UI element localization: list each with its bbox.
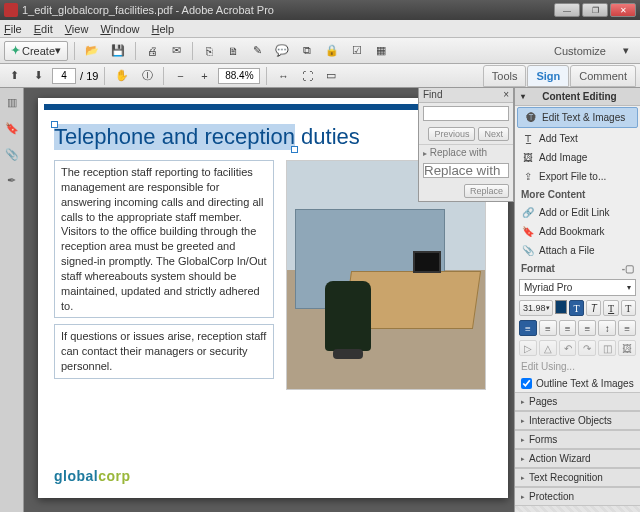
menu-edit[interactable]: Edit: [34, 23, 53, 35]
add-image-button[interactable]: 🖼Add Image: [515, 148, 640, 167]
attach-file-button[interactable]: 📎Attach a File: [515, 241, 640, 260]
italic-button[interactable]: T: [586, 300, 601, 316]
menu-bar: File Edit View Window Help: [0, 20, 640, 38]
crop-button[interactable]: ◫: [598, 340, 616, 356]
save-icon[interactable]: 💾: [107, 41, 129, 61]
page-number-input[interactable]: [52, 68, 76, 84]
create-button[interactable]: ✦Create ▾: [4, 41, 68, 61]
find-input[interactable]: [423, 106, 509, 121]
zoom-input[interactable]: [218, 68, 260, 84]
maximize-button[interactable]: ❐: [582, 3, 608, 17]
edit-pdf-icon[interactable]: ✎: [247, 41, 267, 61]
find-close-icon[interactable]: ×: [503, 89, 509, 100]
customize-button[interactable]: Customize: [554, 45, 606, 57]
add-text-icon: T̲: [521, 132, 534, 145]
align-right-button[interactable]: ≡: [559, 320, 577, 336]
mail-icon[interactable]: ✉: [166, 41, 186, 61]
tab-tools[interactable]: Tools: [483, 65, 527, 87]
thumbnails-icon[interactable]: ▥: [4, 94, 20, 110]
read-mode-icon[interactable]: ▭: [321, 66, 341, 86]
comment-icon[interactable]: 💬: [271, 41, 293, 61]
create-pdf-icon[interactable]: 🗎: [223, 41, 243, 61]
title-bar: 1_edit_globalcorp_facilities.pdf - Adobe…: [0, 0, 640, 20]
left-rail: ▥ 🔖 📎 ✒: [0, 88, 24, 512]
combine-icon[interactable]: ⧉: [297, 41, 317, 61]
replace-button[interactable]: Replace: [464, 184, 509, 198]
primary-toolbar: ✦Create ▾ 📂 💾 🖨 ✉ ⎘ 🗎 ✎ 💬 ⧉ 🔒 ☑ ▦ Custom…: [0, 38, 640, 64]
acc-interactive[interactable]: ▸Interactive Objects: [515, 411, 640, 430]
multimedia-icon[interactable]: ▦: [371, 41, 391, 61]
menu-window[interactable]: Window: [100, 23, 139, 35]
select-tool-icon[interactable]: Ⓘ: [137, 66, 157, 86]
find-next-button[interactable]: Next: [478, 127, 509, 141]
export-file-button[interactable]: ⇪Export File to...: [515, 167, 640, 186]
attach-icon: 📎: [521, 244, 534, 257]
window-title: 1_edit_globalcorp_facilities.pdf - Adobe…: [22, 4, 274, 16]
form-icon[interactable]: ☑: [347, 41, 367, 61]
rotate-ccw-button[interactable]: ↶: [559, 340, 577, 356]
align-center-button[interactable]: ≡: [539, 320, 557, 336]
format-collapse-icon[interactable]: -▢: [622, 263, 634, 274]
align-justify-button[interactable]: ≡: [578, 320, 596, 336]
page-down-icon[interactable]: ⬇: [28, 66, 48, 86]
acc-action-wizard[interactable]: ▸Action Wizard: [515, 449, 640, 468]
zoom-in-icon[interactable]: +: [194, 66, 214, 86]
print-icon[interactable]: 🖨: [142, 41, 162, 61]
export-pdf-icon[interactable]: ⎘: [199, 41, 219, 61]
acc-text-recognition[interactable]: ▸Text Recognition: [515, 468, 640, 487]
more-content-label: More Content: [515, 186, 640, 203]
open-icon[interactable]: 📂: [81, 41, 103, 61]
attachments-icon[interactable]: 📎: [4, 146, 20, 162]
page-up-icon[interactable]: ⬆: [4, 66, 24, 86]
text-color-swatch[interactable]: [555, 300, 567, 314]
add-bookmark-button[interactable]: 🔖Add Bookmark: [515, 222, 640, 241]
title-selected-text[interactable]: Telephone and reception: [54, 124, 295, 150]
find-prev-button[interactable]: Previous: [428, 127, 475, 141]
add-link-button[interactable]: 🔗Add or Edit Link: [515, 203, 640, 222]
signatures-icon[interactable]: ✒: [4, 172, 20, 188]
format-label: Format: [521, 263, 555, 274]
body-paragraph-2[interactable]: If questions or issues arise, reception …: [54, 324, 274, 379]
rotate-cw-button[interactable]: ↷: [578, 340, 596, 356]
zoom-out-icon[interactable]: −: [170, 66, 190, 86]
menu-help[interactable]: Help: [152, 23, 175, 35]
tab-sign[interactable]: Sign: [527, 65, 569, 87]
bookmarks-icon[interactable]: 🔖: [4, 120, 20, 136]
replace-input[interactable]: [423, 163, 509, 178]
body-paragraph-1[interactable]: The reception staff reporting to facilit…: [54, 160, 274, 318]
acc-pages[interactable]: ▸Pages: [515, 392, 640, 411]
menu-view[interactable]: View: [65, 23, 89, 35]
align-left-button[interactable]: ≡: [519, 320, 537, 336]
bold-button[interactable]: T: [569, 300, 584, 316]
acc-protection[interactable]: ▸Protection: [515, 487, 640, 506]
flip-h-button[interactable]: ▷: [519, 340, 537, 356]
tab-comment[interactable]: Comment: [570, 65, 636, 87]
export-icon: ⇪: [521, 170, 534, 183]
replace-header[interactable]: Replace with: [430, 147, 487, 158]
fit-page-icon[interactable]: ⛶: [297, 66, 317, 86]
document-canvas[interactable]: Find× Previous Next ▸ Replace with Repla…: [24, 88, 514, 512]
fit-width-icon[interactable]: ↔: [273, 66, 293, 86]
font-select[interactable]: Myriad Pro▾: [519, 279, 636, 296]
title-rest-text: duties: [295, 124, 360, 149]
toolbar-menu-icon[interactable]: ▾: [616, 41, 636, 61]
tools-panel: ▾Content Editing 🅣Edit Text & Images T̲A…: [514, 88, 640, 512]
hand-tool-icon[interactable]: ✋: [111, 66, 133, 86]
spacing-button[interactable]: ↕: [598, 320, 616, 336]
strike-button[interactable]: T: [621, 300, 636, 316]
add-text-button[interactable]: T̲Add Text: [515, 129, 640, 148]
close-button[interactable]: ✕: [610, 3, 636, 17]
underline-button[interactable]: T: [603, 300, 618, 316]
protect-icon[interactable]: 🔒: [321, 41, 343, 61]
bookmark-icon: 🔖: [521, 225, 534, 238]
more-align-button[interactable]: ≡: [618, 320, 636, 336]
font-size-input[interactable]: 31.98▾: [519, 300, 553, 316]
outline-checkbox[interactable]: Outline Text & Images: [515, 375, 640, 392]
content-editing-header[interactable]: ▾Content Editing: [515, 88, 640, 106]
flip-v-button[interactable]: △: [539, 340, 557, 356]
edit-text-images-button[interactable]: 🅣Edit Text & Images: [517, 107, 638, 128]
minimize-button[interactable]: —: [554, 3, 580, 17]
replace-image-button[interactable]: 🖼: [618, 340, 636, 356]
menu-file[interactable]: File: [4, 23, 22, 35]
acc-forms[interactable]: ▸Forms: [515, 430, 640, 449]
